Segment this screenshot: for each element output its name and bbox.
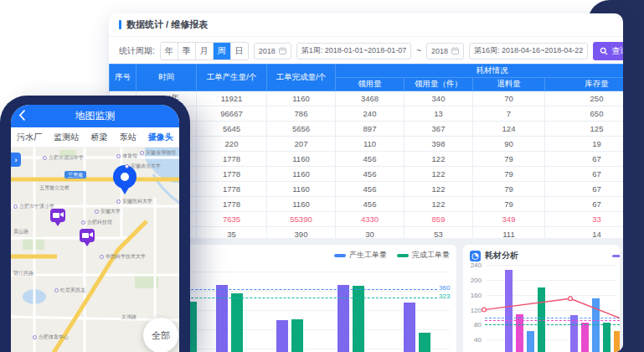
bar-completed [291,319,303,352]
svg-text:三里庵: 三里庵 [68,172,83,179]
map-poi-label: 安徽大学 [95,208,121,215]
start-week-value: 第1周: 2018-01-01~2018-01-07 [301,45,406,56]
camera-marker[interactable] [80,229,95,246]
end-week-input[interactable]: 第16周: 2018-04-16~2018-04-22 [469,43,588,60]
map-poi-label: 望江西路 [13,270,33,277]
phone-tab-污水厂[interactable]: 污水厂 [17,132,42,143]
map-poi-label: 中国科学技术大学 [100,253,146,261]
bar-generated [276,320,288,352]
table-cell: 70 [473,91,545,106]
bar-generated [216,285,228,352]
phone-tab-桥梁[interactable]: 桥梁 [90,132,107,143]
consumable-chart-card: 耗材分析 2402001601208040 [463,245,620,352]
back-button[interactable] [18,109,26,125]
poi-dot-icon [116,199,121,204]
poi-dot-icon [13,204,18,209]
group-header: 耗材情况 [336,65,624,78]
table-cell: 897 [336,122,404,137]
table-cell: 19 [545,137,624,152]
poi-text: 黄山路 [13,228,28,236]
search-icon [600,47,608,55]
period-button-周[interactable]: 周 [214,43,231,60]
table-cell: 5645 [197,122,267,137]
reference-label: 360 [439,284,450,292]
table-cell: 67 [545,197,624,212]
sub-column-header: 领用量 [336,78,404,91]
table-cell: 456 [336,152,404,167]
map-poi-label: 安徽省博物馆 [140,149,176,157]
table-cell: 11921 [197,91,267,106]
table-cell: 122 [404,182,473,197]
calendar-icon [279,47,286,54]
table-cell: 67 [545,167,624,182]
filter-label: 统计周期: [119,45,155,57]
phone-tab-泵站[interactable]: 泵站 [120,132,137,143]
phone-header: 地图监测 [11,105,179,127]
poi-text: 五里墩立交桥 [39,184,70,192]
table-cell: 859 [404,212,473,227]
poi-text: 安徽医科大学 [122,198,152,205]
table-cell: 122 [404,197,473,212]
poi-dot-icon [81,220,85,225]
table-cell: 79 [473,197,545,212]
map-poi-label: 安徽农业大学 [125,163,161,170]
legend-item-generated[interactable]: 产生工单量 [334,250,387,261]
table-cell: 79 [473,152,545,167]
bar-generated [404,303,415,352]
table-cell: 67 [545,182,624,197]
search-button[interactable]: 查询 [593,42,623,60]
table-cell: 250 [545,91,624,106]
table-cell: 3468 [336,91,404,106]
map-view[interactable]: 三里庵 [11,148,179,352]
bar-completed [231,293,243,352]
map-expander-button[interactable]: › [11,153,21,167]
legend-label: 完成工单量 [412,250,450,261]
end-year-select[interactable]: 2018 [426,43,464,60]
table-cell: 122 [404,152,473,167]
start-week-input[interactable]: 第1周: 2018-01-01~2018-01-07 [296,43,411,60]
table-cell: 650 [545,106,624,122]
period-button-月[interactable]: 月 [196,43,214,60]
table-cell: 207 [267,137,336,152]
table-cell: 786 [267,106,336,122]
poi-dot-icon [125,164,129,168]
phone-tab-监测站[interactable]: 监测站 [54,132,79,143]
table-cell: 13 [404,106,473,122]
map-poi-label: 黄山路 [13,228,28,236]
period-button-日[interactable]: 日 [231,43,248,60]
poi-dot-icon [95,210,99,214]
table-cell: 4330 [336,212,404,227]
column-header: 工单完成量/个 [267,65,336,91]
table-cell: 456 [336,197,404,212]
map-poi-label: 体育馆 [116,153,137,160]
poi-text: 合肥科技馆 [87,219,112,226]
poi-text: 合肥市宁溪小学 [19,203,54,210]
poi-text: 合肥市琥珀中学 [49,154,84,162]
phone-tab-摄像头[interactable]: 摄像头 [148,132,173,143]
column-header: 工单产生量/个 [197,65,267,91]
breadcrumb-accent-bar [119,20,121,29]
map-poi-label: 合肥市琥珀中学 [43,154,84,162]
table-cell: 349 [473,212,545,227]
map-poi-label: 安徽医科大学 [116,198,152,205]
table-cell: 96667 [197,106,267,122]
camera-marker[interactable] [50,209,65,226]
show-all-button[interactable]: 全部 [143,318,178,352]
range-separator: ~ [416,46,421,55]
phone-page-title: 地图监测 [75,109,116,123]
column-header: 序号 [110,65,137,91]
period-button-季[interactable]: 季 [178,43,196,60]
legend-item-completed[interactable]: 完成工单量 [397,250,450,261]
period-button-年[interactable]: 年 [161,43,178,60]
search-button-label: 查询 [611,45,623,57]
poi-text: 合肥体育中心 [39,334,69,341]
table-cell: 122 [404,167,473,182]
calendar-icon [451,47,459,54]
poi-text: 红星美凯龙 [60,287,85,294]
poi-text: 安徽省博物馆 [146,149,176,157]
start-year-select[interactable]: 2018 [254,43,291,60]
map-poi-label: 合肥体育中心 [33,334,69,341]
sub-column-header: 退料量 [473,78,545,91]
map-poi-label: 五里墩立交桥 [39,184,70,192]
table-cell: 79 [473,182,545,197]
